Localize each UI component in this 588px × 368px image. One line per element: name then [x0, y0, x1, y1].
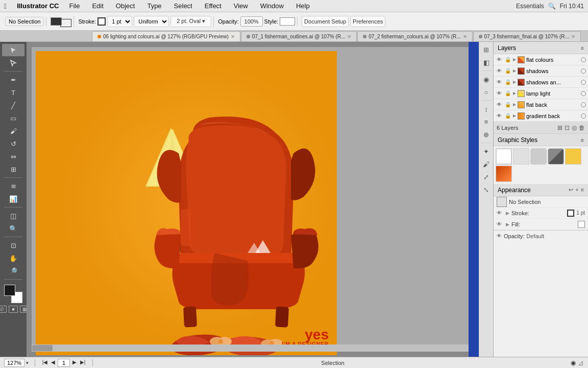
select-tool[interactable] [2, 44, 24, 56]
style-box[interactable] [280, 17, 295, 26]
zoom-dropdown-icon[interactable]: ▾ [26, 360, 29, 365]
tab-2-close[interactable]: ✕ [463, 34, 467, 39]
artboard-toggle-icon[interactable]: ◉ [571, 359, 576, 366]
layer-lock-flat-colours[interactable]: 🔒 [504, 56, 511, 63]
layer-item-flat-colours[interactable]: 👁 🔒 ▶ flat colours [494, 54, 588, 65]
rotate-tool[interactable]: ↺ [2, 137, 24, 150]
tab-3[interactable]: 07_3 fisherman_final.ai @ 107% (R... ✕ [473, 31, 581, 41]
search-icon[interactable]: 🔍 [548, 3, 556, 10]
hscroll-thumb[interactable] [32, 345, 53, 351]
page-last-btn[interactable]: ▶| [79, 359, 86, 366]
stroke-profile-select[interactable]: 2 pt. Oval ▾ [170, 16, 211, 27]
app-fill-eye[interactable]: 👁 [497, 221, 504, 227]
page-next-btn[interactable]: ▶ [71, 359, 78, 366]
layer-lock-shadows[interactable]: 🔒 [504, 67, 511, 75]
layer-comp-icon[interactable]: ◧ [481, 57, 492, 68]
style-swatch-0[interactable] [496, 148, 512, 165]
brush-tool[interactable]: 🖌 [2, 125, 24, 137]
tab-1-close[interactable]: ✕ [347, 34, 351, 39]
page-prev-btn[interactable]: ◀ [50, 359, 57, 366]
none-icon[interactable]: ∅ [0, 306, 7, 313]
tab-0-close[interactable]: ✕ [231, 34, 235, 39]
direct-select-tool[interactable] [2, 57, 24, 69]
style-swatch-2[interactable] [530, 148, 547, 165]
appearance-menu-icon[interactable]: ≡ [581, 187, 584, 193]
menu-type[interactable]: Type [145, 2, 163, 10]
layers-menu-icon[interactable]: ≡ [581, 45, 584, 51]
canvas-area[interactable]: yes I'M A DESIGNER ⊞ ◧ ◉ ○ ↕ [27, 42, 493, 357]
color-icon[interactable]: ■ [9, 306, 18, 313]
layer-item-lamp-light[interactable]: 👁 🔒 ▶ lamp light [494, 88, 588, 99]
layer-item-shadows[interactable]: 👁 🔒 ▶ shadows [494, 65, 588, 77]
layer-arrow-flat-colours[interactable]: ▶ [513, 57, 516, 62]
stroke-color-box[interactable] [97, 17, 106, 26]
appearance-fill-row[interactable]: 👁 ▶ Fill: [494, 219, 588, 230]
layer-item-flat-back[interactable]: 👁 🔒 ▶ flat back [494, 99, 588, 110]
tab-2[interactable]: 07_2 fisherman_colours.ai @ 107% (R... ✕ [357, 31, 472, 41]
brushes-icon[interactable]: 🖌 [481, 158, 492, 170]
appearance-stroke-row[interactable]: 👁 ▶ Stroke: 1 pt [494, 208, 588, 219]
preview-icon[interactable]: ◉ [481, 74, 492, 85]
page-first-btn[interactable]: |◀ [41, 359, 48, 366]
style-swatch-4[interactable] [565, 148, 581, 165]
layer-lock-flat-back[interactable]: 🔒 [504, 101, 511, 108]
style-swatch-1[interactable] [513, 148, 529, 165]
graph-tool[interactable]: 📊 [2, 193, 24, 205]
layer-eye-gradient-back[interactable]: 👁 [496, 112, 503, 120]
app-fill-swatch[interactable] [578, 221, 585, 228]
page-input[interactable] [58, 359, 70, 367]
align-icon[interactable]: ≡ [481, 116, 492, 127]
zoom-input[interactable] [4, 359, 24, 367]
layer-lock-shadows-an[interactable]: 🔒 [504, 79, 511, 86]
appearance-back-icon[interactable]: ↩ [569, 187, 573, 193]
app-stroke-arrow[interactable]: ▶ [506, 211, 509, 216]
layer-eye-shadows[interactable]: 👁 [496, 67, 503, 75]
preferences-button[interactable]: Preferences [350, 16, 385, 27]
layer-lock-gradient-back[interactable]: 🔒 [504, 112, 511, 120]
layer-arrow-gradient-back[interactable]: ▶ [513, 113, 516, 118]
layer-eye-lamp-light[interactable]: 👁 [496, 90, 503, 97]
width-tool[interactable]: ⊞ [2, 163, 24, 175]
artboard[interactable]: yes I'M A DESIGNER [36, 51, 337, 355]
appearance-new-icon[interactable]: + [575, 187, 578, 193]
essentials-label[interactable]: Essentials [516, 3, 544, 10]
app-fill-arrow[interactable]: ▶ [506, 222, 509, 227]
gradient-tool[interactable]: ◫ [2, 210, 24, 222]
layer-arrow-flat-back[interactable]: ▶ [513, 102, 516, 107]
app-opacity-eye[interactable]: 👁 [497, 233, 502, 239]
style-swatch-5[interactable] [496, 166, 512, 182]
stroke-weight-select[interactable]: 1 pt [107, 16, 132, 27]
layer-item-gradient-back[interactable]: 👁 🔒 ▶ gradient back [494, 110, 588, 122]
collapse-icon[interactable]: ⤡ [481, 184, 492, 195]
artboard-tool[interactable]: ⊡ [2, 239, 24, 251]
type-tool[interactable]: T [2, 86, 24, 99]
menu-view[interactable]: View [232, 2, 250, 10]
fill-color-indicator[interactable] [4, 285, 15, 296]
rect-tool[interactable]: ▭ [2, 112, 24, 124]
horizontal-scrollbar[interactable] [32, 344, 471, 352]
menu-file[interactable]: File [67, 2, 82, 10]
layer-eye-shadows-an[interactable]: 👁 [496, 79, 503, 86]
layer-arrow-shadows-an[interactable]: ▶ [513, 80, 516, 84]
app-stroke-eye[interactable]: 👁 [497, 210, 504, 216]
hand-tool[interactable]: ✋ [2, 252, 24, 264]
layers-make-clipping[interactable]: ⊡ [565, 124, 570, 131]
graphic-styles-menu-icon[interactable]: ≡ [581, 137, 584, 143]
layers-delete[interactable]: 🗑 [579, 124, 585, 131]
tab-3-close[interactable]: ✕ [571, 34, 575, 39]
layer-lock-lamp-light[interactable]: 🔒 [504, 90, 511, 97]
menu-edit[interactable]: Edit [90, 2, 105, 10]
warp-tool[interactable]: ≋ [2, 180, 24, 192]
layer-item-shadows-an[interactable]: 👁 🔒 ▶ shadows an... [494, 77, 588, 88]
tab-0[interactable]: 06 lighting and colours.ai @ 127% (RGB/G… [92, 31, 240, 41]
arrange-icon[interactable]: ⊞ [481, 44, 492, 55]
pen-tool[interactable]: ✒ [2, 74, 24, 86]
mirror-tool[interactable]: ⇔ [2, 150, 24, 163]
menu-select[interactable]: Select [172, 2, 194, 10]
zoom-tool[interactable]: 🔎 [2, 265, 24, 277]
eyedropper-tool[interactable]: 🔍 [2, 222, 24, 235]
layers-add-sublayer[interactable]: ⊞ [557, 124, 562, 131]
symbols-icon[interactable]: ✦ [481, 146, 492, 157]
stroke-swatch[interactable] [60, 19, 71, 27]
layer-eye-flat-colours[interactable]: 👁 [496, 56, 503, 63]
